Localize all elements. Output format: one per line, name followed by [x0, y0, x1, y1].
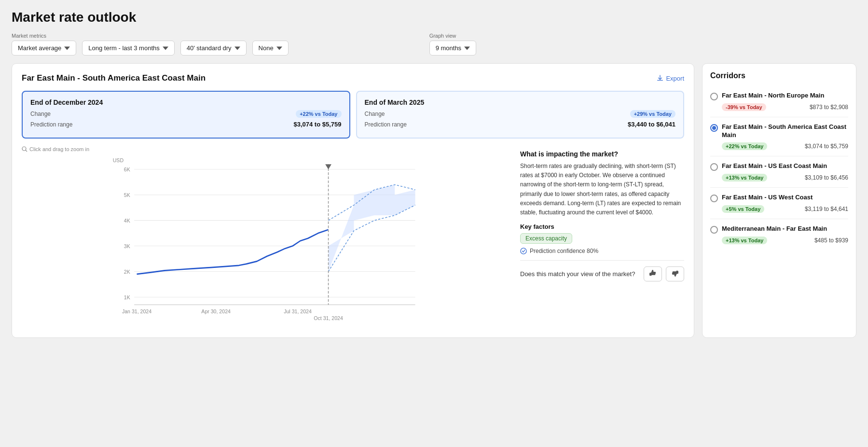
svg-point-23 [521, 248, 526, 254]
pred-dec-range-row: Prediction range $3,074 to $5,759 [30, 121, 342, 128]
key-factors-label: Key factors [520, 223, 684, 230]
corridors-list: Far East Main - North Europe Main -39% v… [710, 86, 848, 250]
corridor-name: Far East Main - South America East Coast… [722, 123, 848, 140]
pred-mar-change-row: Change +29% vs Today [365, 110, 676, 118]
corridor-radio[interactable] [710, 93, 718, 100]
pred-dec-range-value: $3,074 to $5,759 [293, 121, 341, 128]
export-button[interactable]: Export [657, 75, 684, 82]
page: Market rate outlook Market metrics Marke… [0, 0, 868, 447]
market-metrics-group: Market metrics Market average [12, 33, 76, 56]
months-value: 9 months [436, 44, 461, 52]
long-term-dropdown[interactable]: Long term - last 3 months [82, 41, 174, 56]
pred-card-mar: End of March 2025 Change +29% vs Today P… [356, 91, 685, 139]
pred-card-dec-title: End of December 2024 [30, 98, 342, 106]
pred-dec-change-badge: +22% vs Today [296, 110, 341, 118]
corridors-title: Corridors [710, 71, 848, 80]
zoom-hint: Click and drag to zoom in [22, 146, 512, 152]
corridor-item[interactable]: Mediterranean Main - Far East Main +13% … [710, 219, 848, 250]
svg-text:2K: 2K [124, 269, 130, 275]
corridor-item[interactable]: Far East Main - South America East Coast… [710, 117, 848, 156]
chart-lower: Click and drag to zoom in USD 6K 5K [22, 146, 684, 328]
corridor-header: Far East Main - US East Coast Main [710, 162, 848, 171]
main-layout: Far East Main - South America East Coast… [12, 63, 856, 338]
corridor-item[interactable]: Far East Main - US East Coast Main +13% … [710, 156, 848, 188]
graph-view-group: Graph view 9 months [429, 33, 476, 56]
corridor-radio[interactable] [710, 195, 718, 202]
corridor-item[interactable]: Far East Main - North Europe Main -39% v… [710, 86, 848, 117]
feedback-text: Does this match your view of the market? [520, 270, 635, 278]
svg-text:4K: 4K [124, 218, 130, 224]
container-group: 40' standard dry [180, 33, 247, 56]
corridor-range: $3,074 to $5,759 [805, 143, 848, 150]
corridor-radio[interactable] [710, 163, 718, 171]
corridor-header: Far East Main - North Europe Main [710, 92, 848, 100]
long-term-value: Long term - last 3 months [88, 44, 159, 52]
page-title: Market rate outlook [12, 10, 856, 25]
svg-text:5K: 5K [124, 192, 130, 198]
factor-tag: Excess capacity [520, 233, 572, 244]
corridor-range: $3,109 to $6,456 [805, 174, 848, 181]
svg-line-1 [26, 150, 27, 152]
corridor-stats: +5% vs Today $3,119 to $4,641 [710, 205, 848, 213]
corridor-range: $3,119 to $4,641 [805, 206, 848, 212]
corridor-name: Far East Main - US West Coast [722, 194, 813, 202]
corridor-header: Far East Main - South America East Coast… [710, 123, 848, 140]
corridor-name: Mediterranean Main - Far East Main [722, 225, 827, 233]
pred-dec-change-row: Change +22% vs Today [30, 110, 342, 118]
corridor-stats: +13% vs Today $3,109 to $6,456 [710, 174, 848, 182]
chart-container[interactable]: USD 6K 5K 4K 3K 2K [22, 154, 512, 328]
svg-text:3K: 3K [124, 243, 130, 249]
market-impact: What is impacting the market? Short-term… [520, 150, 684, 254]
svg-marker-16 [329, 185, 415, 272]
graph-view-label: Graph view [429, 33, 476, 39]
none-dropdown[interactable]: None [252, 41, 289, 56]
prediction-confidence: Prediction confidence 80% [520, 248, 684, 254]
corridor-stats: -39% vs Today $873 to $2,908 [710, 103, 848, 111]
corridor-radio[interactable] [710, 124, 718, 132]
corridor-stats: +13% vs Today $485 to $939 [710, 237, 848, 244]
market-average-value: Market average [18, 44, 61, 52]
right-panel: Corridors Far East Main - North Europe M… [702, 63, 856, 338]
corridor-range: $485 to $939 [814, 237, 848, 244]
thumbs-down-button[interactable] [666, 266, 684, 281]
svg-text:1K: 1K [124, 294, 130, 300]
svg-point-0 [22, 147, 26, 151]
corridor-header: Mediterranean Main - Far East Main [710, 225, 848, 234]
feedback-row: Does this match your view of the market? [520, 260, 684, 281]
pred-mar-range-row: Prediction range $3,440 to $6,041 [365, 121, 676, 128]
pred-mar-change-badge: +29% vs Today [630, 110, 675, 118]
left-panel: Far East Main - South America East Coast… [12, 63, 694, 338]
corridor-range: $873 to $2,908 [810, 104, 848, 111]
corridor-radio[interactable] [710, 226, 718, 234]
long-term-group: Long term - last 3 months [82, 33, 174, 56]
impact-text: Short-term rates are gradually declining… [520, 162, 684, 217]
corridor-header: Far East Main - US West Coast [710, 194, 848, 202]
corridor-item[interactable]: Far East Main - US West Coast +5% vs Tod… [710, 188, 848, 219]
corridor-change-badge: +13% vs Today [722, 237, 767, 244]
corridor-change-badge: +22% vs Today [722, 142, 767, 150]
svg-marker-18 [325, 164, 331, 169]
none-group: None [252, 33, 289, 56]
market-average-dropdown[interactable]: Market average [12, 41, 76, 56]
prediction-cards: End of December 2024 Change +22% vs Toda… [22, 91, 684, 139]
pred-card-mar-title: End of March 2025 [365, 98, 676, 106]
corridor-change-badge: +5% vs Today [722, 205, 764, 213]
months-dropdown[interactable]: 9 months [429, 41, 476, 56]
svg-text:Jul 31, 2024: Jul 31, 2024 [284, 308, 312, 314]
market-metrics-label: Market metrics [12, 33, 76, 39]
none-value: None [259, 44, 274, 52]
filters-bar: Market metrics Market average Long term … [12, 33, 856, 56]
pred-mar-range-value: $3,440 to $6,041 [628, 121, 675, 128]
panel-header: Far East Main - South America East Coast… [22, 73, 684, 83]
corridor-change-badge: +13% vs Today [722, 174, 767, 182]
svg-text:Oct 31, 2024: Oct 31, 2024 [314, 315, 343, 321]
thumbs-up-button[interactable] [644, 266, 662, 281]
chart-right: What is impacting the market? Short-term… [520, 146, 684, 328]
svg-text:USD: USD [113, 157, 124, 163]
corridor-stats: +22% vs Today $3,074 to $5,759 [710, 142, 848, 150]
route-title: Far East Main - South America East Coast… [22, 73, 206, 83]
confidence-text: Prediction confidence 80% [530, 248, 598, 254]
container-dropdown[interactable]: 40' standard dry [180, 41, 247, 56]
corridor-name: Far East Main - US East Coast Main [722, 162, 827, 170]
feedback-buttons [644, 266, 684, 281]
